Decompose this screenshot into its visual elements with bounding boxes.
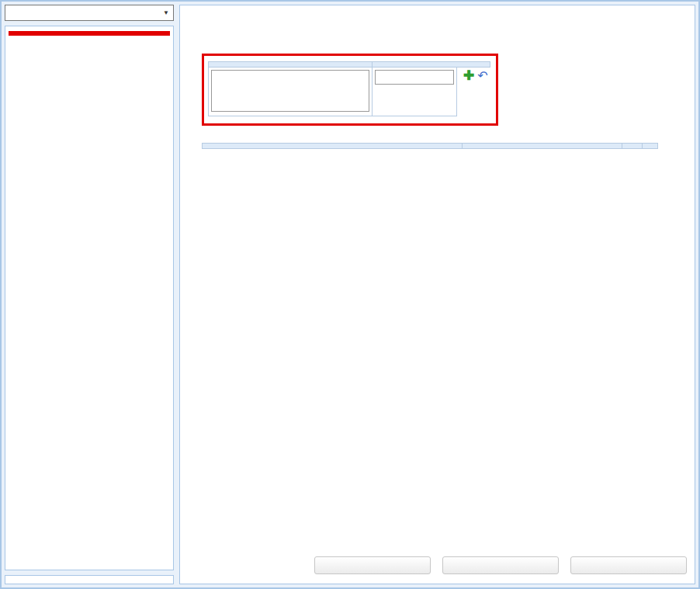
applications-highlight-box xyxy=(9,31,170,36)
sidebar-tree xyxy=(5,26,174,570)
cancel-button[interactable] xyxy=(570,556,687,574)
col-application-right xyxy=(463,144,622,149)
add-col-description xyxy=(209,62,373,68)
chevron-down-icon: ▼ xyxy=(163,9,169,16)
existing-rights-table xyxy=(202,143,658,149)
col-delete xyxy=(643,144,658,149)
add-right-highlight-box: ✚↶ xyxy=(202,54,498,126)
undo-icon[interactable]: ↶ xyxy=(477,70,487,82)
col-description xyxy=(203,144,463,149)
description-textarea[interactable] xyxy=(211,70,369,112)
wizard-buttons xyxy=(314,556,687,574)
add-right-table: ✚↶ xyxy=(208,61,490,116)
sidebar: ▼ xyxy=(5,5,174,584)
app-window: ▼ xyxy=(0,0,700,589)
application-right-input[interactable] xyxy=(375,70,454,85)
add-col-application-rights xyxy=(373,62,490,68)
col-edit xyxy=(622,144,643,149)
sidebar-footer xyxy=(5,575,174,584)
menu-dropdown[interactable]: ▼ xyxy=(5,5,174,21)
next-button[interactable] xyxy=(442,556,559,574)
add-plus-icon[interactable]: ✚ xyxy=(463,70,474,82)
main-panel: ✚↶ xyxy=(179,5,695,584)
previous-button[interactable] xyxy=(314,556,431,574)
